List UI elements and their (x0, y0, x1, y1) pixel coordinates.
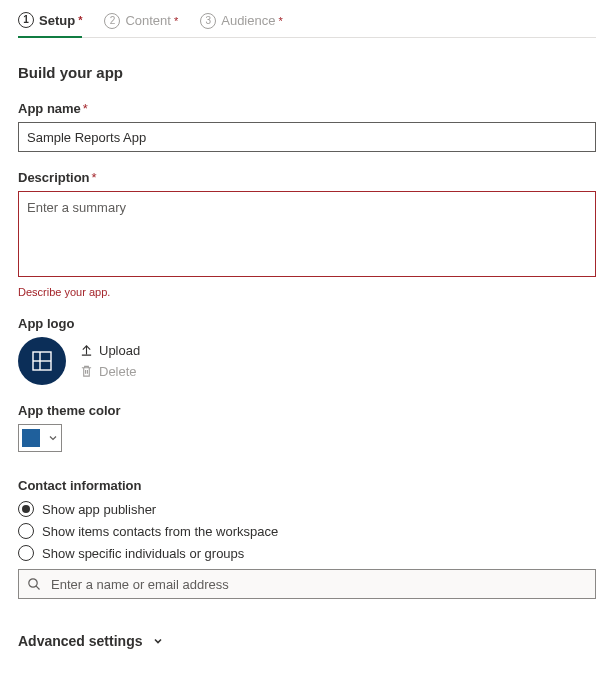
required-asterisk: * (78, 14, 82, 26)
app-logo-label: App logo (18, 316, 596, 331)
field-app-logo: App logo Upload Delete (18, 316, 596, 385)
field-theme-color: App theme color (18, 403, 596, 452)
radio-label: Show app publisher (42, 502, 156, 517)
description-textarea[interactable] (18, 191, 596, 277)
required-asterisk: * (278, 15, 282, 27)
radio-icon (18, 523, 34, 539)
upload-logo-button[interactable]: Upload (80, 343, 140, 358)
radio-label: Show items contacts from the workspace (42, 524, 278, 539)
tab-label: Setup (39, 13, 75, 28)
radio-show-workspace-contacts[interactable]: Show items contacts from the workspace (18, 523, 596, 539)
step-number: 2 (104, 13, 120, 29)
wizard-tabs: 1 Setup* 2 Content* 3 Audience* (18, 12, 596, 38)
tab-label: Audience (221, 13, 275, 28)
tab-audience[interactable]: 3 Audience* (200, 12, 283, 37)
svg-point-3 (29, 579, 37, 587)
chevron-down-icon (48, 433, 58, 443)
app-logo-icon (31, 350, 53, 372)
contact-search-box[interactable] (18, 569, 596, 599)
radio-show-publisher[interactable]: Show app publisher (18, 501, 596, 517)
step-number: 1 (18, 12, 34, 28)
svg-line-4 (36, 586, 39, 589)
description-label: Description* (18, 170, 596, 185)
contact-search-input[interactable] (51, 577, 587, 592)
theme-color-label: App theme color (18, 403, 596, 418)
required-asterisk: * (174, 15, 178, 27)
field-app-name: App name* (18, 101, 596, 152)
page-title: Build your app (18, 64, 596, 81)
search-icon (27, 577, 41, 591)
step-number: 3 (200, 13, 216, 29)
trash-icon (80, 365, 93, 378)
advanced-settings-toggle[interactable]: Advanced settings (18, 633, 596, 649)
delete-logo-button[interactable]: Delete (80, 364, 140, 379)
app-name-label: App name* (18, 101, 596, 116)
chevron-down-icon (152, 635, 164, 647)
theme-color-picker[interactable] (18, 424, 62, 452)
radio-icon (18, 545, 34, 561)
color-swatch (22, 429, 40, 447)
app-logo-preview (18, 337, 66, 385)
radio-icon (18, 501, 34, 517)
tab-content[interactable]: 2 Content* (104, 12, 178, 37)
upload-icon (80, 344, 93, 357)
field-contact-info: Contact information Show app publisher S… (18, 478, 596, 599)
description-error: Describe your app. (18, 286, 596, 298)
radio-show-specific[interactable]: Show specific individuals or groups (18, 545, 596, 561)
contact-info-label: Contact information (18, 478, 596, 493)
tab-setup[interactable]: 1 Setup* (18, 12, 82, 38)
tab-label: Content (125, 13, 171, 28)
radio-label: Show specific individuals or groups (42, 546, 244, 561)
app-name-input[interactable] (18, 122, 596, 152)
field-description: Description* Describe your app. (18, 170, 596, 298)
